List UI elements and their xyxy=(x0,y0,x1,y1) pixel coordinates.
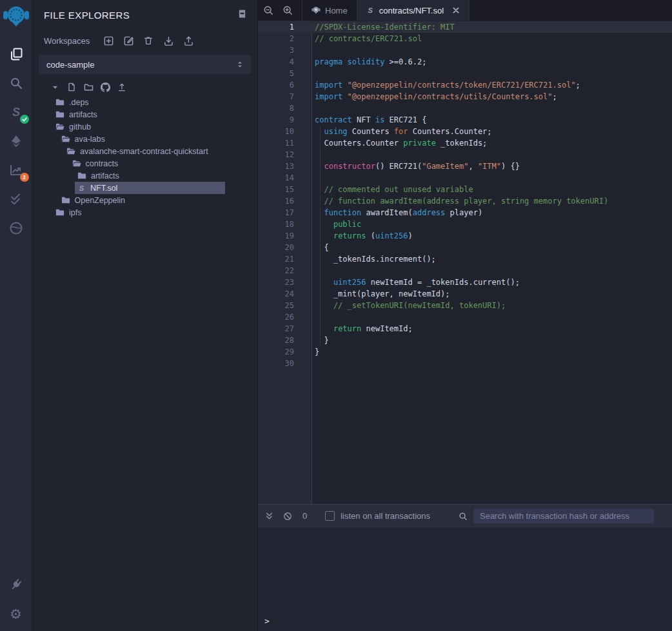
folder-icon xyxy=(61,196,70,204)
line-content xyxy=(311,311,315,323)
new-file-icon[interactable] xyxy=(66,82,77,92)
zoom-out-icon[interactable] xyxy=(263,5,273,15)
line-content: // function awardItem(address player, st… xyxy=(311,195,608,207)
tree-item-label: avalanche-smart-contract-quickstart xyxy=(80,147,208,156)
restore-backup-icon[interactable] xyxy=(161,34,175,47)
line-number: 18 xyxy=(258,218,311,230)
settings-icon[interactable]: ⚙ xyxy=(5,604,27,623)
line-content: import "@openzeppelin/contracts/utils/Co… xyxy=(311,91,557,102)
terminal-expand-icon[interactable] xyxy=(264,511,274,521)
file-explorer-icon[interactable] xyxy=(5,44,27,64)
github-clone-icon[interactable] xyxy=(99,82,111,92)
tree-item-nft-sol[interactable]: SNFT.sol xyxy=(32,182,257,194)
line-number: 11 xyxy=(258,137,311,149)
line-number: 5 xyxy=(258,68,311,79)
code-line-29[interactable]: 29} xyxy=(258,346,672,358)
code-line-5[interactable]: 5 xyxy=(258,68,672,79)
transaction-count: 0 xyxy=(302,511,307,521)
code-line-7[interactable]: 7import "@openzeppelin/contracts/utils/C… xyxy=(258,91,672,102)
upload-file-icon[interactable] xyxy=(116,82,128,92)
line-number: 21 xyxy=(258,253,311,265)
line-content: function awardItem(address player) xyxy=(311,207,482,218)
remix-tab-icon xyxy=(311,6,321,15)
unit-testing-icon[interactable] xyxy=(5,189,27,209)
terminal-search-input[interactable] xyxy=(473,509,654,523)
rename-workspace-icon[interactable] xyxy=(121,34,135,47)
analytics-icon[interactable]: 1 xyxy=(5,160,27,180)
svg-text:S: S xyxy=(12,106,19,119)
line-number: 15 xyxy=(258,184,311,195)
panel-header: FILE EXPLORERS xyxy=(32,0,257,28)
code-editor[interactable]: 1//SPDX-License-Identifier: MIT2// contr… xyxy=(258,21,672,504)
close-tab-icon[interactable] xyxy=(452,6,460,14)
tab-nft-sol[interactable]: S contracts/NFT.sol xyxy=(357,0,469,21)
line-number: 3 xyxy=(258,44,311,56)
folder-open-icon xyxy=(72,159,81,168)
folder-icon xyxy=(55,98,64,106)
collapse-tree-icon[interactable] xyxy=(49,82,61,92)
code-line-2[interactable]: 2// contracts/ERC721.sol xyxy=(258,33,672,44)
tree-item-ipfs[interactable]: ipfs xyxy=(32,206,257,218)
tree-item-avalanche-smart-contract-quickstart[interactable]: avalanche-smart-contract-quickstart xyxy=(32,145,257,157)
line-content: } xyxy=(311,346,319,358)
tree-item-openzeppelin[interactable]: OpenZeppelin xyxy=(32,194,257,206)
code-line-30[interactable]: 30 xyxy=(258,358,672,369)
line-number: 12 xyxy=(258,149,311,160)
tree-item-github[interactable]: github xyxy=(32,121,257,133)
line-number: 2 xyxy=(258,33,311,44)
tree-item-ava-labs[interactable]: ava-labs xyxy=(32,133,257,145)
line-content xyxy=(311,358,315,369)
workspace-selected-value: code-sample xyxy=(46,60,94,70)
panel-title: FILE EXPLORERS xyxy=(44,10,130,21)
line-number: 27 xyxy=(258,323,311,335)
code-line-1[interactable]: 1//SPDX-License-Identifier: MIT xyxy=(258,21,672,33)
documentation-icon[interactable] xyxy=(237,9,247,21)
line-content: uint256 newItemId = _tokenIds.current(); xyxy=(311,277,520,288)
line-content xyxy=(311,44,315,56)
search-icon[interactable] xyxy=(5,73,27,93)
line-number: 19 xyxy=(258,230,311,242)
create-workspace-icon[interactable] xyxy=(101,34,115,47)
file-tree: .depsartifactsgithubava-labsavalanche-sm… xyxy=(32,96,257,218)
workspaces-label: Workspaces xyxy=(44,36,90,46)
plugin-sphere-icon[interactable] xyxy=(5,218,27,238)
tab-home[interactable]: Home xyxy=(302,0,357,21)
listen-transactions-label: listen on all transactions xyxy=(341,511,430,521)
new-folder-icon[interactable] xyxy=(83,82,94,92)
code-line-3[interactable]: 3 xyxy=(258,44,672,56)
folder-icon xyxy=(55,110,64,119)
line-content: Counters.Counter private _tokenIds; xyxy=(311,137,487,149)
line-number: 13 xyxy=(258,160,311,172)
terminal-search-icon xyxy=(459,512,468,521)
file-explorer-panel: FILE EXPLORERS Workspaces xyxy=(32,0,258,631)
code-line-9[interactable]: 9contract NFT is ERC721 { xyxy=(258,114,672,126)
line-number: 7 xyxy=(258,91,311,102)
tree-item-label: OpenZeppelin xyxy=(75,196,126,205)
listen-transactions-checkbox[interactable] xyxy=(325,511,335,521)
tree-toolbar xyxy=(32,74,257,95)
terminal-body[interactable]: > xyxy=(258,527,672,631)
tree-item-artifacts[interactable]: artifacts xyxy=(32,108,257,121)
line-content: public xyxy=(311,218,361,230)
tree-item--deps[interactable]: .deps xyxy=(32,96,257,108)
workspace-select[interactable]: code-sample xyxy=(39,55,251,74)
remix-logo-icon[interactable] xyxy=(1,2,31,32)
backup-workspace-icon[interactable] xyxy=(181,34,195,47)
solidity-compiler-icon[interactable]: S xyxy=(5,102,27,122)
delete-workspace-icon[interactable] xyxy=(141,34,155,47)
line-content: return newItemId; xyxy=(311,323,413,335)
tree-item-contracts[interactable]: contracts xyxy=(32,157,257,170)
code-line-8[interactable]: 8 xyxy=(258,102,672,114)
tree-item-artifacts[interactable]: artifacts xyxy=(32,170,257,182)
deploy-run-icon[interactable] xyxy=(5,131,27,151)
zoom-in-icon[interactable] xyxy=(282,5,293,15)
code-line-4[interactable]: 4pragma solidity >=0.6.2; xyxy=(258,56,672,68)
remix-ide: S 1 xyxy=(0,0,672,631)
line-content: contract NFT is ERC721 { xyxy=(311,114,426,126)
terminal-toolbar: 0 listen on all transactions xyxy=(258,504,672,527)
code-line-6[interactable]: 6import "@openzeppelin/contracts/token/E… xyxy=(258,79,672,91)
line-content: constructor() ERC721("GameItem", "ITM") … xyxy=(311,160,520,172)
line-content: _mint(player, newItemId); xyxy=(311,288,450,300)
plugin-manager-icon[interactable] xyxy=(5,575,27,594)
clear-console-icon[interactable] xyxy=(283,512,292,521)
